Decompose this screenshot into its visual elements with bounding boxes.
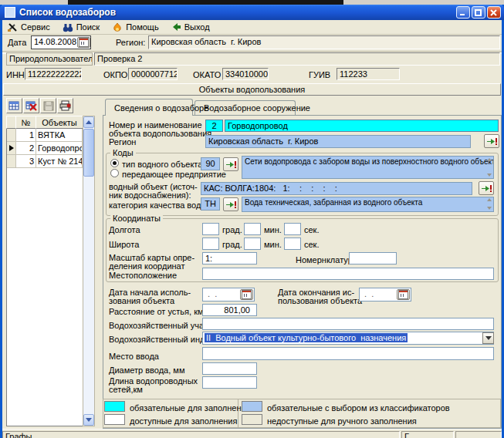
object-number-field[interactable]: 2 xyxy=(205,120,223,132)
application-window: Список водозаборов Сервис Поиск Помощь В… xyxy=(0,0,504,438)
row-name[interactable]: Куст № 2145 xyxy=(36,155,83,168)
tab-intake-structure[interactable]: Водозаборное сооружение xyxy=(194,100,296,115)
distance-field[interactable]: 801,00 xyxy=(202,304,257,316)
sector-field[interactable] xyxy=(202,318,494,330)
deg-label: град. xyxy=(222,225,242,234)
minimize-button[interactable] xyxy=(456,6,470,19)
form-region-field[interactable]: Кировская область г. Киров xyxy=(205,135,471,148)
latitude-deg-field[interactable] xyxy=(202,238,219,250)
row-num[interactable]: 2 xyxy=(16,142,36,155)
location-field[interactable] xyxy=(202,268,494,280)
title-bar: Список водозаборов xyxy=(0,5,504,20)
arrow-up-icon xyxy=(86,120,92,124)
delete-record-button[interactable] xyxy=(23,98,39,113)
tab-water-intake-info[interactable]: Сведения о водозаборе xyxy=(105,99,193,116)
scrollbar-thumb[interactable] xyxy=(83,129,94,177)
date-start-calendar-button[interactable] xyxy=(240,289,253,300)
row-selector-current[interactable] xyxy=(7,142,16,155)
quality-classifier-button[interactable] xyxy=(223,197,238,211)
guiv-value: 112233 xyxy=(337,68,400,80)
close-button[interactable] xyxy=(487,6,501,19)
sec-label: сек. xyxy=(304,225,320,234)
index-combobox[interactable]: II Водный объект культурно-бытового назн… xyxy=(202,332,494,345)
length-label-line2: сетей,км xyxy=(109,385,143,394)
map-scale-field[interactable]: 1: xyxy=(202,252,257,264)
type-classifier-button[interactable] xyxy=(223,157,238,171)
scroll-down-button[interactable] xyxy=(83,414,94,426)
scale-label-line2: деления координат xyxy=(109,261,185,271)
latitude-min-field[interactable] xyxy=(244,238,261,250)
legend-label: доступные для заполнения xyxy=(130,416,237,426)
form-region-label: Регион xyxy=(109,137,136,147)
region-classifier-button[interactable] xyxy=(484,134,499,148)
row-num[interactable]: 1 xyxy=(16,129,36,142)
current-row-arrow-icon xyxy=(9,145,14,151)
calendar-icon xyxy=(79,38,89,47)
water-object-type-radio[interactable] xyxy=(110,159,119,167)
grid-header-name: Объекты xyxy=(36,116,83,129)
arrow-down-icon xyxy=(487,207,492,210)
source-classifier-button[interactable] xyxy=(479,181,494,195)
save-button[interactable] xyxy=(40,98,56,113)
calendar-icon xyxy=(398,290,408,299)
maximize-button[interactable] xyxy=(472,6,485,19)
memo-scroll-arrows[interactable] xyxy=(485,198,493,210)
row-name[interactable]: Горводопровод xyxy=(36,142,83,155)
latitude-sec-field[interactable] xyxy=(284,238,301,250)
status-cell-mid: Г xyxy=(401,431,454,438)
nomenclature-label: Номернклатура xyxy=(296,255,357,264)
index-selected-value: II Водный объект культурно-бытового назн… xyxy=(205,333,408,342)
date-end-calendar-button[interactable] xyxy=(397,289,410,300)
row-selector[interactable] xyxy=(7,155,16,168)
arrow-up-icon xyxy=(487,158,492,161)
owner-label: Природопользователь xyxy=(6,52,93,66)
classifier-icon xyxy=(481,184,492,193)
date-label: Дата xyxy=(8,38,26,47)
menu-item-search[interactable]: Поиск xyxy=(63,22,100,32)
combobox-dropdown-button[interactable] xyxy=(482,332,494,344)
nomenclature-field[interactable] xyxy=(349,252,397,264)
type-code-field[interactable]: 90 xyxy=(201,157,220,170)
source-label-line2: ник водоснабжения): xyxy=(109,190,191,200)
tab-label: Сведения о водозаборе xyxy=(114,103,208,113)
menu-label: Поиск xyxy=(76,22,100,32)
network-length-field[interactable] xyxy=(202,376,257,389)
status-cell-right xyxy=(455,431,502,438)
menu-item-exit[interactable]: Выход xyxy=(171,22,210,32)
longitude-min-field[interactable] xyxy=(244,223,261,235)
row-selector[interactable] xyxy=(7,129,16,142)
longitude-sec-field[interactable] xyxy=(284,223,301,235)
longitude-deg-field[interactable] xyxy=(202,223,219,235)
tools-icon xyxy=(7,22,18,32)
memo-scroll-arrows[interactable] xyxy=(485,158,493,177)
menu-label: Выход xyxy=(184,22,210,32)
date-end-label-line2: пользования объекта xyxy=(278,296,362,305)
menu-item-help[interactable]: Помощь xyxy=(112,22,159,32)
diameter-field[interactable] xyxy=(202,362,257,375)
scroll-up-button[interactable] xyxy=(83,116,94,128)
type-description-memo[interactable]: Сети водопровода с забором воды из повер… xyxy=(242,156,494,179)
water-object-type-radio-label: тип водного объекта xyxy=(122,160,202,169)
add-record-button[interactable] xyxy=(6,98,22,113)
row-num[interactable]: 3 xyxy=(16,155,36,168)
object-name-field[interactable]: Горводопровод xyxy=(225,120,499,132)
menu-bar: Сервис Поиск Помощь Выход xyxy=(2,20,502,35)
date-calendar-button[interactable] xyxy=(77,37,90,48)
tab-label: Водозаборное сооружение xyxy=(204,103,310,113)
menu-item-service[interactable]: Сервис xyxy=(7,22,50,32)
print-button[interactable] xyxy=(57,98,73,113)
index-label: Водохозяйственный индекс xyxy=(109,335,218,344)
help-icon xyxy=(112,22,123,32)
water-source-field[interactable]: КАС: ВОЛГА:1804: 1: : : : : xyxy=(201,182,472,195)
entry-place-field[interactable] xyxy=(202,347,494,360)
transfer-enterprise-radio[interactable] xyxy=(110,169,119,177)
calendar-icon xyxy=(242,290,252,299)
binoculars-icon xyxy=(63,22,73,32)
legend-swatch-readonly xyxy=(242,414,262,425)
date-start-label-line2: зования объекта xyxy=(109,296,174,305)
quality-code-field[interactable]: ТН xyxy=(201,197,220,211)
form-area: Номер и наименование объекта водопользов… xyxy=(103,115,502,429)
okpo-value: 0000007712 xyxy=(128,68,178,80)
quality-description-memo[interactable]: Вода техническая, забранная из водного о… xyxy=(242,197,494,212)
row-name[interactable]: ВЯТКА xyxy=(36,129,83,142)
